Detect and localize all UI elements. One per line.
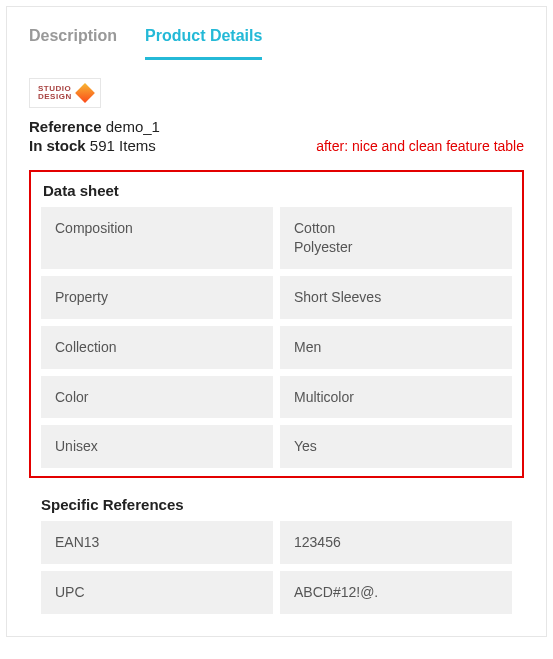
brand-logo-text: STUDIO DESIGN	[38, 85, 72, 101]
datasheet-row: CollectionMen	[41, 326, 512, 369]
datasheet-value: Men	[280, 326, 512, 369]
datasheet-row: UnisexYes	[41, 425, 512, 468]
stock-label: In stock	[29, 137, 86, 154]
datasheet-name: Color	[41, 376, 273, 419]
tab-bar: Description Product Details	[29, 7, 524, 60]
datasheet-name: Composition	[41, 207, 273, 269]
stock-value: 591 Items	[90, 137, 156, 154]
datasheet-highlight: Data sheet CompositionCotton PolyesterPr…	[29, 170, 524, 478]
reference-value: demo_1	[106, 118, 160, 135]
specific-refs-title: Specific References	[41, 496, 524, 513]
datasheet-title: Data sheet	[43, 182, 512, 199]
brand-logo[interactable]: STUDIO DESIGN	[29, 78, 101, 108]
datasheet-table: CompositionCotton PolyesterPropertyShort…	[41, 207, 512, 468]
reference-line: Reference demo_1	[29, 118, 524, 135]
datasheet-value: Cotton Polyester	[280, 207, 512, 269]
product-panel: Description Product Details STUDIO DESIG…	[6, 6, 547, 637]
specific-value: ABCD#12!@.	[280, 571, 512, 614]
datasheet-row: PropertyShort Sleeves	[41, 276, 512, 319]
datasheet-row: CompositionCotton Polyester	[41, 207, 512, 269]
datasheet-name: Unisex	[41, 425, 273, 468]
datasheet-value: Multicolor	[280, 376, 512, 419]
annotation-text: after: nice and clean feature table	[316, 138, 524, 154]
datasheet-row: ColorMulticolor	[41, 376, 512, 419]
specific-row: EAN13123456	[41, 521, 512, 564]
datasheet-name: Property	[41, 276, 273, 319]
tab-product-details[interactable]: Product Details	[145, 27, 262, 60]
specific-name: UPC	[41, 571, 273, 614]
tab-description[interactable]: Description	[29, 27, 117, 60]
specific-refs-table: EAN13123456UPCABCD#12!@.	[41, 521, 512, 614]
reference-label: Reference	[29, 118, 102, 135]
specific-name: EAN13	[41, 521, 273, 564]
datasheet-name: Collection	[41, 326, 273, 369]
specific-row: UPCABCD#12!@.	[41, 571, 512, 614]
datasheet-value: Yes	[280, 425, 512, 468]
brand-diamond-icon	[75, 83, 95, 103]
specific-value: 123456	[280, 521, 512, 564]
datasheet-value: Short Sleeves	[280, 276, 512, 319]
